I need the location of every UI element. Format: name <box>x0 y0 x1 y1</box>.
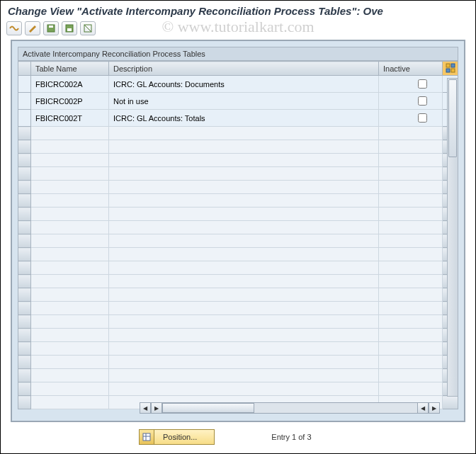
cell-description[interactable] <box>109 234 379 248</box>
cell-description[interactable] <box>109 194 379 208</box>
scroll-right-icon[interactable]: ◀ <box>417 402 429 414</box>
row-selector[interactable] <box>18 396 31 409</box>
col-table-name[interactable]: Table Name <box>31 62 109 76</box>
cell-description[interactable]: Not in use <box>109 93 379 110</box>
select-all-icon[interactable] <box>62 21 77 35</box>
cell-table-name[interactable] <box>31 208 109 221</box>
row-selector[interactable] <box>18 275 31 288</box>
cell-description[interactable] <box>109 382 379 396</box>
cell-inactive[interactable] <box>379 221 443 234</box>
cell-description[interactable] <box>109 302 379 315</box>
row-selector[interactable] <box>18 329 31 342</box>
scrollbar-thumb[interactable] <box>448 79 457 157</box>
cell-inactive[interactable] <box>379 302 443 315</box>
cell-description[interactable] <box>109 342 379 356</box>
cell-inactive[interactable] <box>379 76 443 93</box>
row-selector-header[interactable] <box>18 62 31 76</box>
inactive-checkbox[interactable] <box>418 96 427 106</box>
cell-table-name[interactable] <box>31 275 109 288</box>
row-selector[interactable] <box>18 248 31 261</box>
row-selector[interactable] <box>18 76 31 93</box>
row-selector[interactable] <box>18 315 31 329</box>
cell-table-name[interactable] <box>31 127 109 140</box>
cell-table-name[interactable] <box>31 329 109 342</box>
cell-inactive[interactable] <box>379 329 443 342</box>
col-inactive[interactable]: Inactive <box>379 62 443 76</box>
row-selector[interactable] <box>18 261 31 275</box>
cell-inactive[interactable] <box>379 315 443 329</box>
cell-description[interactable]: ICRC: GL Accounts: Totals <box>109 110 379 127</box>
cell-table-name[interactable] <box>31 356 109 369</box>
table-options-icon[interactable] <box>443 62 458 76</box>
cell-inactive[interactable] <box>379 181 443 194</box>
position-button[interactable]: Position... <box>139 429 215 445</box>
cell-inactive[interactable] <box>379 248 443 261</box>
other-view-icon[interactable] <box>6 21 22 35</box>
table-row[interactable]: FBICRC002PNot in use <box>18 93 458 110</box>
table-row[interactable]: FBICRC002AICRC: GL Accounts: Documents <box>18 76 458 93</box>
row-selector[interactable] <box>18 208 31 221</box>
cell-description[interactable] <box>109 127 379 140</box>
cell-inactive[interactable] <box>379 356 443 369</box>
save-icon[interactable] <box>43 21 59 35</box>
cell-table-name[interactable] <box>31 369 109 382</box>
cell-inactive[interactable] <box>379 154 443 167</box>
row-selector[interactable] <box>18 221 31 234</box>
table-row[interactable]: FBICRC002TICRC: GL Accounts: Totals <box>18 110 458 127</box>
cell-table-name[interactable] <box>31 234 109 248</box>
cell-description[interactable] <box>109 275 379 288</box>
cell-table-name[interactable] <box>31 221 109 234</box>
cell-table-name[interactable] <box>31 288 109 302</box>
cell-inactive[interactable] <box>379 261 443 275</box>
row-selector[interactable] <box>18 154 31 167</box>
row-selector[interactable] <box>18 369 31 382</box>
change-icon[interactable] <box>25 21 40 35</box>
scrollbar-thumb-h[interactable] <box>162 403 254 413</box>
cell-inactive[interactable] <box>379 110 443 127</box>
cell-inactive[interactable] <box>379 127 443 140</box>
cell-inactive[interactable] <box>379 382 443 396</box>
row-selector[interactable] <box>18 382 31 396</box>
cell-inactive[interactable] <box>379 342 443 356</box>
cell-table-name[interactable] <box>31 194 109 208</box>
cell-table-name[interactable] <box>31 261 109 275</box>
row-selector[interactable] <box>18 110 31 127</box>
row-selector[interactable] <box>18 302 31 315</box>
col-description[interactable]: Description <box>109 62 379 76</box>
cell-table-name[interactable]: FBICRC002P <box>31 93 109 110</box>
cell-inactive[interactable] <box>379 167 443 181</box>
vertical-scrollbar[interactable] <box>447 78 458 397</box>
horizontal-scrollbar[interactable]: ◀ ▶ ◀ ▶ <box>140 402 440 414</box>
cell-table-name[interactable] <box>31 396 109 409</box>
row-selector[interactable] <box>18 194 31 208</box>
row-selector[interactable] <box>18 167 31 181</box>
cell-description[interactable] <box>109 288 379 302</box>
row-selector[interactable] <box>18 288 31 302</box>
cell-inactive[interactable] <box>379 288 443 302</box>
row-selector[interactable] <box>18 356 31 369</box>
cell-description[interactable] <box>109 167 379 181</box>
cell-inactive[interactable] <box>379 208 443 221</box>
cell-description[interactable] <box>109 221 379 234</box>
inactive-checkbox[interactable] <box>418 113 427 123</box>
cell-table-name[interactable] <box>31 302 109 315</box>
cell-table-name[interactable] <box>31 154 109 167</box>
row-selector[interactable] <box>18 93 31 110</box>
cell-inactive[interactable] <box>379 234 443 248</box>
cell-description[interactable] <box>109 248 379 261</box>
scroll-left-icon[interactable]: ▶ <box>151 402 162 414</box>
cell-description[interactable] <box>109 154 379 167</box>
cell-table-name[interactable] <box>31 140 109 154</box>
cell-table-name[interactable] <box>31 167 109 181</box>
row-selector[interactable] <box>18 234 31 248</box>
scroll-last-icon[interactable]: ▶ <box>429 402 440 414</box>
cell-description[interactable]: ICRC: GL Accounts: Documents <box>109 76 379 93</box>
cell-table-name[interactable] <box>31 315 109 329</box>
cell-inactive[interactable] <box>379 275 443 288</box>
cell-table-name[interactable] <box>31 248 109 261</box>
inactive-checkbox[interactable] <box>418 79 427 89</box>
row-selector[interactable] <box>18 342 31 356</box>
cell-description[interactable] <box>109 181 379 194</box>
deselect-all-icon[interactable] <box>80 21 96 35</box>
row-selector[interactable] <box>18 181 31 194</box>
